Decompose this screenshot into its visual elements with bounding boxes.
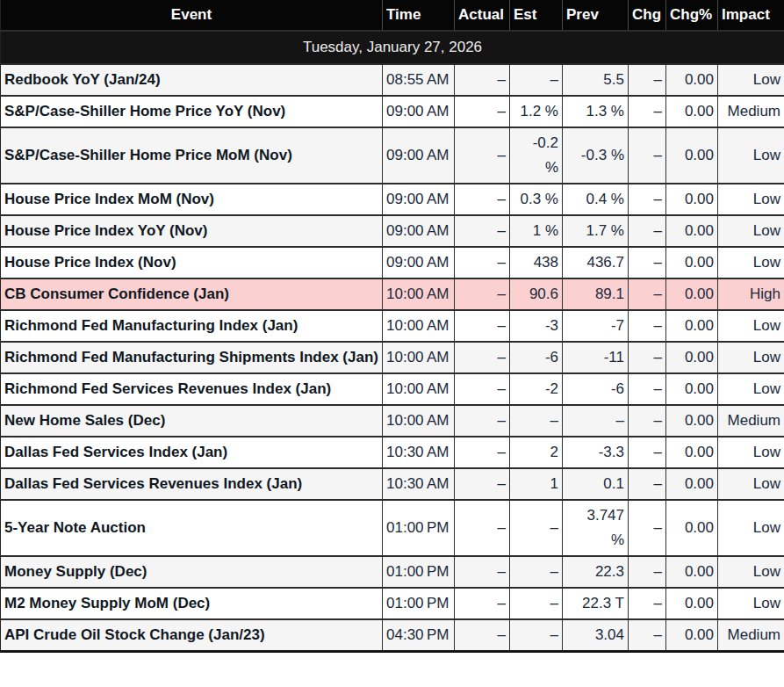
chg-cell: –	[629, 184, 666, 215]
chg-cell: –	[629, 278, 666, 310]
column-header-prev: Prev	[563, 0, 629, 31]
chgpct-cell: 0.00	[666, 247, 718, 278]
event-row[interactable]: CB Consumer Confidence (Jan)10:00 AM–90.…	[1, 278, 784, 310]
event-row[interactable]: New Home Sales (Dec)10:00 AM––––0.00Medi…	[1, 405, 784, 437]
prev-cell: 0.4 %	[563, 184, 629, 215]
column-header-time: Time	[383, 0, 455, 31]
event-row[interactable]: House Price Index (Nov)09:00 AM–438436.7…	[1, 247, 784, 278]
est-cell: 2	[510, 437, 563, 468]
actual-cell: –	[455, 184, 510, 215]
chg-cell: –	[629, 247, 666, 278]
chgpct-cell: 0.00	[666, 468, 718, 500]
event-row[interactable]: API Crude Oil Stock Change (Jan/23)04:30…	[1, 619, 784, 652]
time-cell: 10:00 AM	[383, 405, 455, 437]
prev-cell: 0.1	[563, 468, 629, 500]
actual-cell: –	[455, 64, 510, 96]
actual-cell: –	[455, 619, 510, 652]
event-cell: Richmond Fed Services Revenues Index (Ja…	[1, 373, 383, 405]
event-cell: S&P/Case-Shiller Home Price YoY (Nov)	[1, 96, 383, 127]
event-cell: Dallas Fed Services Revenues Index (Jan)	[1, 468, 383, 500]
actual-cell: –	[455, 556, 510, 588]
impact-cell: Medium	[718, 405, 784, 437]
est-cell: -2	[510, 373, 563, 405]
est-cell: –	[510, 405, 563, 437]
time-cell: 10:00 AM	[383, 373, 455, 405]
actual-cell: –	[455, 588, 510, 619]
impact-cell: Low	[718, 437, 784, 468]
prev-cell: -0.3 %	[563, 127, 629, 184]
chg-cell: –	[629, 64, 666, 96]
est-cell: 0.3 %	[510, 184, 563, 215]
chgpct-cell: 0.00	[666, 215, 718, 247]
impact-cell: Medium	[718, 619, 784, 652]
time-cell: 10:30 AM	[383, 437, 455, 468]
event-row[interactable]: House Price Index MoM (Nov)09:00 AM–0.3 …	[1, 184, 784, 215]
est-cell: –	[510, 500, 563, 556]
event-cell: New Home Sales (Dec)	[1, 405, 383, 437]
chg-cell: –	[629, 405, 666, 437]
prev-cell: -7	[563, 310, 629, 342]
time-cell: 01:00 PM	[383, 500, 455, 556]
est-cell: 90.6	[510, 278, 563, 310]
prev-cell: 89.1	[563, 278, 629, 310]
chgpct-cell: 0.00	[666, 127, 718, 184]
chg-cell: –	[629, 437, 666, 468]
event-row[interactable]: House Price Index YoY (Nov)09:00 AM–1 %1…	[1, 215, 784, 247]
event-row[interactable]: Money Supply (Dec)01:00 PM––22.3–0.00Low	[1, 556, 784, 588]
event-row[interactable]: M2 Money Supply MoM (Dec)01:00 PM––22.3 …	[1, 588, 784, 619]
event-row[interactable]: Richmond Fed Services Revenues Index (Ja…	[1, 373, 784, 405]
impact-cell: Low	[718, 127, 784, 184]
actual-cell: –	[455, 500, 510, 556]
chgpct-cell: 0.00	[666, 184, 718, 215]
event-cell: M2 Money Supply MoM (Dec)	[1, 588, 383, 619]
chg-cell: –	[629, 215, 666, 247]
est-cell: 438	[510, 247, 563, 278]
actual-cell: –	[455, 373, 510, 405]
chg-cell: –	[629, 556, 666, 588]
impact-cell: Low	[718, 373, 784, 405]
column-header-event: Event	[1, 0, 383, 31]
time-cell: 08:55 AM	[383, 64, 455, 96]
time-cell: 01:00 PM	[383, 588, 455, 619]
impact-cell: High	[718, 278, 784, 310]
chgpct-cell: 0.00	[666, 619, 718, 652]
impact-cell: Low	[718, 342, 784, 373]
actual-cell: –	[455, 96, 510, 127]
est-cell: –	[510, 588, 563, 619]
chg-cell: –	[629, 373, 666, 405]
actual-cell: –	[455, 127, 510, 184]
prev-cell: 3.04	[563, 619, 629, 652]
chg-cell: –	[629, 588, 666, 619]
time-cell: 10:30 AM	[383, 468, 455, 500]
impact-cell: Low	[718, 310, 784, 342]
prev-cell: 1.3 %	[563, 96, 629, 127]
event-row[interactable]: Dallas Fed Services Index (Jan)10:30 AM–…	[1, 437, 784, 468]
actual-cell: –	[455, 278, 510, 310]
event-cell: Richmond Fed Manufacturing Index (Jan)	[1, 310, 383, 342]
event-row[interactable]: S&P/Case-Shiller Home Price YoY (Nov)09:…	[1, 96, 784, 127]
event-row[interactable]: Richmond Fed Manufacturing Index (Jan)10…	[1, 310, 784, 342]
time-cell: 09:00 AM	[383, 215, 455, 247]
time-cell: 09:00 AM	[383, 96, 455, 127]
chgpct-cell: 0.00	[666, 342, 718, 373]
prev-cell: 22.3	[563, 556, 629, 588]
event-row[interactable]: Dallas Fed Services Revenues Index (Jan)…	[1, 468, 784, 500]
est-cell: –	[510, 619, 563, 652]
impact-cell: Low	[718, 64, 784, 96]
chgpct-cell: 0.00	[666, 588, 718, 619]
prev-cell: -11	[563, 342, 629, 373]
event-row[interactable]: S&P/Case-Shiller Home Price MoM (Nov)09:…	[1, 127, 784, 184]
event-cell: 5-Year Note Auction	[1, 500, 383, 556]
actual-cell: –	[455, 468, 510, 500]
prev-cell: –	[563, 405, 629, 437]
chg-cell: –	[629, 127, 666, 184]
event-row[interactable]: Redbook YoY (Jan/24)08:55 AM––5.5–0.00Lo…	[1, 64, 784, 96]
time-cell: 04:30 PM	[383, 619, 455, 652]
event-row[interactable]: Richmond Fed Manufacturing Shipments Ind…	[1, 342, 784, 373]
prev-cell: 436.7	[563, 247, 629, 278]
event-row[interactable]: 5-Year Note Auction01:00 PM––3.747 %–0.0…	[1, 500, 784, 556]
prev-cell: -3.3	[563, 437, 629, 468]
est-cell: -3	[510, 310, 563, 342]
date-header: Tuesday, January 27, 2026	[1, 31, 784, 64]
event-cell: CB Consumer Confidence (Jan)	[1, 278, 383, 310]
